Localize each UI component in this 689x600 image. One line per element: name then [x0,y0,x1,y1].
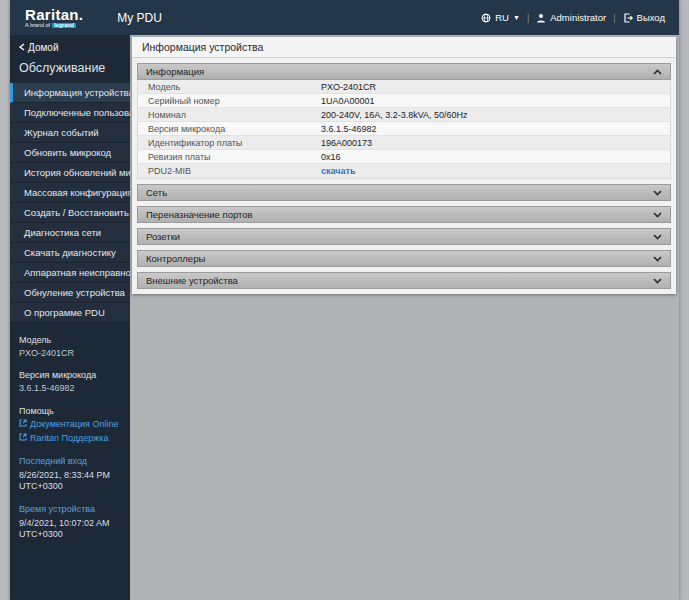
firmware-value: 3.6.1.5-46982 [19,383,121,395]
row-label: Номинал [138,110,321,120]
device-time-value: 9/4/2021, 10:07:02 AM UTC+0300 [19,518,121,541]
sidebar-item-about-pdu[interactable]: О программе PDU [10,303,130,323]
table-row: Версия микрокода 3.6.1.5-46982 [138,122,670,136]
globe-icon [481,13,491,23]
chevron-down-icon [653,209,662,220]
chevron-down-icon [653,231,662,242]
model-label: Модель [19,335,121,347]
header-divider: | [527,13,529,23]
row-value: 200-240V, 16A, 3.2-3.8kVA, 50/60Hz [321,110,468,120]
chevron-down-icon [653,187,662,198]
logout-icon [623,13,633,23]
accordion-port-forwarding-label: Переназначение портов [146,209,253,220]
table-row: Идентификатор платы 196A000173 [138,136,670,150]
sidebar-item-update-firmware[interactable]: Обновить микрокод [10,143,130,163]
username-label: Administrator [550,12,606,23]
accordion-peripheral-devices-label: Внешние устройства [146,275,238,286]
sidebar-item-hardware-failure[interactable]: Аппаратная неисправность [10,263,130,283]
table-row: Серийный номер 1UA0A00001 [138,94,670,108]
header-actions: RU ▼ | Administrator | Выход [481,12,679,23]
device-information-card: Информация устройства Информация Модель … [132,37,676,294]
row-value: 3.6.1.5-46982 [321,124,377,134]
page-header-title: My PDU [117,11,162,25]
sidebar-item-event-log[interactable]: Журнал событий [10,123,130,143]
help-label: Помощь [19,406,121,418]
logout-button[interactable]: Выход [623,12,665,23]
sidebar-item-backup-restore[interactable]: Создать / Восстановить резервную [10,203,130,223]
accordion-peripheral-devices[interactable]: Внешние устройства [137,272,671,289]
chevron-down-icon: ▼ [513,14,520,21]
accordion-network[interactable]: Сеть [137,184,671,201]
sidebar-item-network-diagnostics[interactable]: Диагностика сети [10,223,130,243]
top-header: Raritan. A brand of legrand My PDU RU ▼ … [10,0,679,35]
back-label: Домой [28,42,58,53]
sidebar-item-connected-users[interactable]: Подключенные пользователи [10,103,130,123]
sidebar-device-info: Модель PXO-2401CR Версия микрокода 3.6.1… [10,323,130,552]
row-label: Модель [138,82,321,92]
online-documentation-link[interactable]: Документация Online [19,419,121,431]
row-value: 0x16 [321,152,341,162]
sidebar-item-bulk-configuration[interactable]: Массовая конфигурация [10,183,130,203]
external-link-icon [19,419,27,431]
firmware-label: Версия микрокода [19,370,121,382]
last-login-label: Последний вход [19,456,121,468]
table-row: Ревизия платы 0x16 [138,150,670,164]
row-label: Ревизия платы [138,152,321,162]
row-label: Идентификатор платы [138,138,321,148]
table-row: Номинал 200-240V, 16A, 3.2-3.8kVA, 50/60… [138,108,670,122]
raritan-support-label: Raritan Поддержка [30,433,108,445]
device-info-table: Модель PXO-2401CR Серийный номер 1UA0A00… [137,80,671,179]
row-label: Серийный номер [138,96,321,106]
device-time-label: Время устройства [19,504,121,516]
brand-subtitle: A brand of legrand [25,23,83,29]
card-body: Информация Модель PXO-2401CR Серийный но… [132,58,676,289]
chevron-up-icon [653,66,662,77]
logout-label: Выход [637,12,665,23]
accordion-outlets[interactable]: Розетки [137,228,671,245]
chevron-left-icon [19,42,25,53]
sidebar-item-device-information[interactable]: Информация устройства [10,83,130,103]
accordion-outlets-label: Розетки [146,231,180,242]
sidebar-item-download-diagnostics[interactable]: Скачать диагностику [10,243,130,263]
raritan-support-link[interactable]: Raritan Поддержка [19,433,121,445]
chevron-down-icon [653,253,662,264]
main-pane: Информация устройства Информация Модель … [130,35,679,600]
row-value: 1UA0A00001 [321,96,375,106]
accordion-controllers[interactable]: Контроллеры [137,250,671,267]
brand-sub-prefix: A brand of [25,23,50,29]
download-mib-link[interactable]: скачать [321,166,355,176]
language-label: RU [495,12,509,23]
table-row: PDU2-MIB скачать [138,164,670,178]
accordion-port-forwarding[interactable]: Переназначение портов [137,206,671,223]
external-link-icon [19,433,27,445]
sidebar: Домой Обслуживание Информация устройства… [10,35,130,600]
accordion-network-label: Сеть [146,187,167,198]
sidebar-menu: Информация устройства Подключенные польз… [10,83,130,323]
accordion-information[interactable]: Информация [137,63,671,80]
header-divider: | [613,13,615,23]
row-label: PDU2-MIB [138,166,321,176]
model-value: PXO-2401CR [19,348,121,360]
raritan-logo: Raritan. A brand of legrand [10,7,83,29]
sidebar-item-unit-reset[interactable]: Обнуление устройства [10,283,130,303]
user-icon [536,13,546,23]
row-label: Версия микрокода [138,124,321,134]
language-selector[interactable]: RU ▼ [481,12,520,23]
table-row: Модель PXO-2401CR [138,80,670,94]
legrand-badge: legrand [52,23,76,29]
chevron-down-icon [653,275,662,286]
accordion-information-label: Информация [146,66,204,77]
sidebar-section-title: Обслуживание [10,58,130,83]
user-menu[interactable]: Administrator [536,12,606,23]
online-documentation-label: Документация Online [30,419,118,431]
row-value: 196A000173 [321,138,372,148]
last-login-value: 8/26/2021, 8:33:44 PM UTC+0300 [19,470,121,493]
row-value: PXO-2401CR [321,82,376,92]
sidebar-item-firmware-history[interactable]: История обновлений микрокода [10,163,130,183]
accordion-controllers-label: Контроллеры [146,253,205,264]
page-title: Информация устройства [132,37,676,58]
sidebar-back-home[interactable]: Домой [10,35,130,58]
brand-name: Raritan. [25,7,83,22]
content-area: Домой Обслуживание Информация устройства… [10,35,679,600]
app-window: Raritan. A brand of legrand My PDU RU ▼ … [10,0,679,600]
